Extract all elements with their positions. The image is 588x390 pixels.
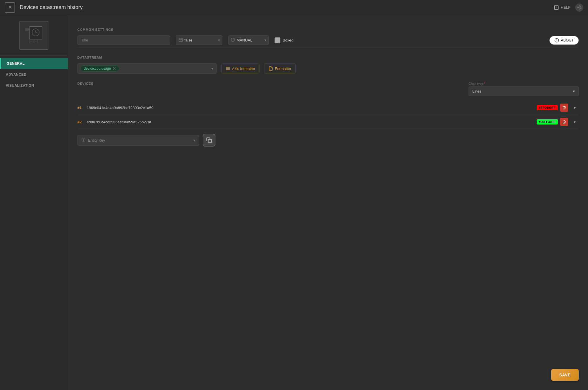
datastream-row: device.cpu.usage ✕ ▾ Axis formatter Form… <box>77 63 579 74</box>
sidebar-item-visualization[interactable]: VISUALIZATION <box>0 80 68 91</box>
sidebar-item-label: VISUALIZATION <box>6 84 34 88</box>
calendar-icon <box>178 37 183 43</box>
help-button[interactable]: HELP <box>554 5 571 10</box>
entity-key-icon <box>81 138 86 143</box>
content-area: COMMON SETTINGS false true ▾ <box>68 15 588 390</box>
sidebar-item-advanced[interactable]: ADVANCED <box>0 69 68 80</box>
devices-label: DEVICES <box>77 82 469 89</box>
devices-header: DEVICES Chart type * Lines ▾ <box>77 82 579 96</box>
main-layout: GENERAL ADVANCED VISUALIZATION COMMON SE… <box>0 15 588 390</box>
help-icon <box>554 5 559 10</box>
save-button[interactable]: SAVE <box>551 369 579 381</box>
close-button[interactable]: ✕ <box>5 2 15 13</box>
chart-type-wrapper: Chart type * Lines ▾ <box>469 82 579 96</box>
svg-point-1 <box>579 7 580 8</box>
svg-rect-15 <box>179 38 182 42</box>
datastream-section: DATASTREAM device.cpu.usage ✕ ▾ Axis for… <box>77 56 579 74</box>
chart-type-value: Lines <box>472 89 481 93</box>
about-icon <box>554 38 559 43</box>
formatter-label: Formatter <box>275 66 291 71</box>
sidebar-nav: GENERAL ADVANCED VISUALIZATION <box>0 56 68 91</box>
copy-button[interactable] <box>203 134 215 147</box>
widget-preview <box>0 15 68 56</box>
chart-type-select[interactable]: Lines ▾ <box>469 86 579 96</box>
svg-rect-10 <box>34 40 38 43</box>
datastream-label: DATASTREAM <box>77 56 579 59</box>
entity-key-row: Entity Key ▾ <box>77 134 579 147</box>
about-button[interactable]: ABOUT <box>549 36 579 45</box>
chart-type-chevron-icon: ▾ <box>573 89 575 93</box>
device-num-2: #2 <box>77 120 84 124</box>
device-id-1: 1869c041a4d4a9a892ba72893c2e1a59 <box>87 106 537 110</box>
widget-icon-box <box>19 21 48 50</box>
entity-key-chevron-icon: ▾ <box>193 138 195 142</box>
axis-formatter-icon <box>226 66 230 71</box>
toolbar-select[interactable]: false true <box>176 35 222 45</box>
title-input[interactable] <box>77 35 170 45</box>
delete-device-1-button[interactable] <box>560 104 568 112</box>
widget-preview-icon <box>24 25 44 46</box>
common-settings-block: COMMON SETTINGS false true ▾ <box>77 22 579 48</box>
about-label: ABOUT <box>561 38 574 42</box>
device-num-1: #1 <box>77 106 84 110</box>
sidebar-item-general[interactable]: GENERAL <box>0 58 68 69</box>
page-title: Devices datastream history <box>20 4 554 10</box>
entity-key-select[interactable]: Entity Key ▾ <box>77 135 199 146</box>
devices-section-label: DEVICES <box>77 82 469 85</box>
toolbar-select-wrapper: false true ▾ <box>176 35 222 45</box>
save-label: SAVE <box>559 373 571 377</box>
datastream-chevron-icon: ▾ <box>211 66 213 71</box>
device-id-2: edd07b8c4cc2555aef8ee59a525b27af <box>87 120 537 124</box>
svg-rect-26 <box>208 140 212 143</box>
device-actions-1: #FF0000FF ▾ <box>537 104 579 112</box>
boxed-checkbox[interactable] <box>275 37 280 43</box>
refresh-select-wrapper: MANUAL 1 min 5 min ▾ <box>228 35 269 45</box>
svg-rect-9 <box>29 40 33 43</box>
help-label: HELP <box>561 5 571 10</box>
svg-point-25 <box>83 139 84 140</box>
settings-fields-row: false true ▾ MANUAL 1 min 5 m <box>77 35 579 45</box>
header-right: HELP <box>554 3 583 12</box>
sidebar-item-label: ADVANCED <box>6 73 26 77</box>
chart-type-label: Chart type * <box>469 82 579 85</box>
datastream-tag: device.cpu.usage ✕ <box>81 65 119 72</box>
sidebar: GENERAL ADVANCED VISUALIZATION <box>0 15 68 390</box>
color-badge-2[interactable]: #00FF30FF <box>537 119 558 124</box>
device-actions-2: #00FF30FF ▾ <box>537 118 579 126</box>
svg-rect-5 <box>29 26 42 39</box>
tag-text: device.cpu.usage <box>84 66 111 71</box>
device-row: #1 1869c041a4d4a9a892ba72893c2e1a59 #FF0… <box>77 101 579 115</box>
expand-device-1-button[interactable]: ▾ <box>571 104 579 112</box>
axis-formatter-button[interactable]: Axis formatter <box>221 64 259 73</box>
close-icon: ✕ <box>8 5 12 10</box>
boxed-row: Boxed <box>275 37 293 43</box>
boxed-label: Boxed <box>283 38 293 42</box>
axis-formatter-label: Axis formatter <box>232 66 255 71</box>
copy-icon <box>206 137 212 143</box>
entity-key-placeholder: Entity Key <box>88 138 191 142</box>
formatter-icon <box>268 66 273 71</box>
gear-button[interactable] <box>575 3 583 12</box>
gear-icon <box>577 5 582 10</box>
color-badge-1[interactable]: #FF0000FF <box>537 105 558 110</box>
datastream-select[interactable]: device.cpu.usage ✕ ▾ <box>77 63 217 74</box>
common-settings-label: COMMON SETTINGS <box>77 28 579 31</box>
devices-section: DEVICES Chart type * Lines ▾ #1 1869c041… <box>77 82 579 147</box>
refresh-icon <box>231 37 235 43</box>
formatter-button[interactable]: Formatter <box>264 64 295 73</box>
trash-icon <box>562 106 566 110</box>
trash-icon <box>562 120 566 124</box>
remove-tag-button[interactable]: ✕ <box>112 66 116 71</box>
delete-device-2-button[interactable] <box>560 118 568 126</box>
device-row: #2 edd07b8c4cc2555aef8ee59a525b27af #00F… <box>77 115 579 129</box>
expand-device-2-button[interactable]: ▾ <box>571 118 579 126</box>
top-header: ✕ Devices datastream history HELP <box>0 0 588 15</box>
sidebar-item-label: GENERAL <box>7 62 25 66</box>
